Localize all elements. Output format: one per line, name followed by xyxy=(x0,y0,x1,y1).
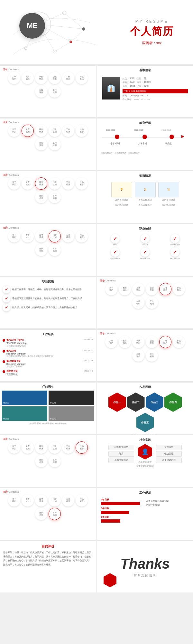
website: 邮箱： george@163.com xyxy=(123,94,188,97)
social-center: 👤 其之之前的职务 xyxy=(135,444,155,463)
work-dot-1 xyxy=(3,339,5,342)
work-dot-4 xyxy=(3,370,5,373)
social-left-2: 能力 xyxy=(108,451,134,457)
social-left-3: 小节文字描述 xyxy=(108,458,134,463)
skill-item-2: ✓ 带领团队完成重要项目的任务，具有良好的沟通协调能力，工作能力强 xyxy=(3,295,93,302)
hex-4: 作品四 xyxy=(164,393,182,412)
work-dot-3 xyxy=(3,360,5,363)
skill-text-3: 能力强，有大局观，能够承受较大的工作压力，具有较强的执行力 xyxy=(12,306,78,309)
section-tag-4: 目录 Contents xyxy=(3,226,93,230)
row-2: 目录 Contents 关于我的 教育成长 获奖情况 职业技能 工作经历 作品展… xyxy=(0,66,193,117)
skills-title: 职业技能 xyxy=(100,227,190,231)
thanks-panel: Thanks 谢谢您的观听 xyxy=(97,541,193,592)
field-name: 姓名： XXX xyxy=(123,77,134,80)
c7-eval: 自我评价 xyxy=(35,455,47,467)
c5-skills: 职业技能 xyxy=(146,283,158,295)
wt-item-2: 3年目标 xyxy=(101,507,144,514)
work-plan-bars: 5年目标 3年目标 1年目标 xyxy=(101,498,144,524)
c4-skills: 职业技能 xyxy=(49,230,61,242)
circle-grid-3: 关于我的 教育成长 获奖情况 职业技能 工作经历 作品展示 自我评价 工作规划 xyxy=(3,177,93,203)
skills-panel: 职业技能 ✓ PPT ✓ EXCEL ✓ Word/Excel ✓ Photos… xyxy=(97,224,193,276)
award-label-3: 点击添加描述 xyxy=(162,199,175,202)
c5-plan: 工作规划 xyxy=(146,297,158,309)
c5-edu: 教育成长 xyxy=(119,283,131,295)
c3-edu: 教育成长 xyxy=(22,177,34,190)
dot-3 xyxy=(170,135,174,139)
row-4: 目录 Contents 关于我的 教育成长 获奖情况 职业技能 工作经历 作品展… xyxy=(0,171,193,223)
row-7: 工作经历 第XX公司（实习） 市场/营销 Marketing 点击添加工作描述内… xyxy=(0,330,193,381)
work-history-panel: 工作经历 第XX公司（实习） 市场/营销 Marketing 点击添加工作描述内… xyxy=(0,330,96,381)
social-grid: 我积累了哪些 能力 小节文字描述 👤 其之之前的职务 可带给您 收益的是 点击描… xyxy=(100,444,190,463)
wt-bar-3 xyxy=(101,519,120,523)
award-card-3: 📜 xyxy=(158,182,179,197)
timeline-label-1: 1996-2012 xyxy=(106,129,122,131)
skills-grid: ✓ PPT ✓ EXCEL ✓ Word/Excel ✓ Photoshop ✓… xyxy=(100,233,190,260)
row-3: 目录 Contents 关于我的 教育成长 获奖情况 职业技能 工作经历 作品展… xyxy=(0,118,193,170)
row-10: 目录 Contents 关于我的 教育成长 获奖情况 职业技能 工作经历 作品展… xyxy=(0,488,193,540)
work-date-3: 2012-2015 xyxy=(84,360,93,362)
c6-about: 关于我的 xyxy=(105,336,117,348)
social-right-3: 点击描述内容 xyxy=(156,458,182,463)
c7-about: 关于我的 xyxy=(8,441,20,454)
work-date-4: 2015-至今 xyxy=(85,370,93,373)
portfolio-desc-row: 点击添加描述 点击添加描述 点击添加描述 xyxy=(2,422,94,425)
row-8: 作品展示 作品三 作品四 作品五 作品六 点击添加描述 点击添加描述 点击添加描… xyxy=(0,383,193,434)
work-desc-3: 点击添加工作描述 xyxy=(6,365,83,368)
applicant: 应聘者：xxx xyxy=(130,41,174,45)
profile-content: 👔 姓名： XXX 性别： 男 年龄： 26岁 xyxy=(100,74,190,104)
section-tag-6: 目录 Contents xyxy=(100,332,190,335)
hex-2: 作品二 xyxy=(127,393,145,412)
c4-edu: 教育成长 xyxy=(22,230,34,242)
circle-grid-6: 关于我的 教育成长 获奖情况 职业技能 工作经历 作品展示 自我评价 工作规划 xyxy=(100,336,190,362)
work-item-2: 第XX公司 Research Manager 点击添加工作描述内容，工作经历是简… xyxy=(3,349,93,357)
eval-title: 自我评价 xyxy=(3,544,93,549)
contents-panel-2: 目录 Contents 关于我的 教育成长 获奖情况 职业技能 工作经历 作品展… xyxy=(0,118,96,170)
c8-work: 工作经历 xyxy=(62,494,74,507)
subtitle: MY RESUME xyxy=(130,19,174,23)
timeline-desc-1: 小学~高中 xyxy=(110,142,126,145)
profile-panel: 基本信息 👔 姓名： XXX 性别： 男 年龄 xyxy=(97,66,193,117)
work-company-1: 市场/营销 Marketing xyxy=(6,342,83,345)
timeline-desc-2: 大学本科 xyxy=(138,142,154,145)
skill-excel: ✓ EXCEL xyxy=(131,234,159,246)
c3-about: 关于我的 xyxy=(8,177,20,190)
c7-work: 工作经历 xyxy=(62,441,74,454)
skill-ppt-label: PPT xyxy=(113,244,117,246)
wt-label-1: 5年目标 xyxy=(101,498,144,501)
timeline-arrow xyxy=(181,135,184,138)
work-title-2: 第XX公司 xyxy=(6,349,83,353)
section-tag-7: 目录 Contents xyxy=(3,437,93,441)
c6-skills: 职业技能 xyxy=(146,336,158,348)
wt-row-2: 3年目标 xyxy=(101,507,144,514)
profile-title: 基本信息 xyxy=(100,68,190,72)
social-left-1: 我积累了哪些 xyxy=(108,445,134,450)
work-info-3: 第XX有限公司 Research Manager 点击添加工作描述 xyxy=(6,360,83,368)
work-title-4: 现在的公司 xyxy=(6,370,83,373)
c7-portfolio: 作品展示 xyxy=(76,441,88,454)
work-plan-title: 工作规划 xyxy=(100,491,190,495)
wt-item-1: 5年目标 xyxy=(101,498,144,505)
svg-line-13 xyxy=(55,42,71,52)
circle-plan: 工作规划 xyxy=(49,85,61,98)
social-right-2: 收益的是 xyxy=(156,451,182,457)
wt-item-3: 1年目标 xyxy=(101,516,144,523)
c8-edu: 教育成长 xyxy=(22,494,34,507)
field-gender: 性别： 男 xyxy=(136,77,146,80)
hex-1: 作品一 xyxy=(108,393,126,412)
circle-grid-8: 关于我的 教育成长 获奖情况 职业技能 工作经历 作品展示 自我评价 工作规划 xyxy=(3,494,93,520)
edu-title: 教育经历 xyxy=(100,121,190,125)
work-info-2: 第XX公司 Research Manager 点击添加工作描述内容，工作经历是简… xyxy=(6,349,83,357)
profile-row-3: 体重： 65kg 民族： 汉族 xyxy=(123,85,188,88)
skill-word-label: Word/Excel xyxy=(170,244,180,246)
c8-about: 关于我的 xyxy=(8,494,20,507)
cover-slide: ME MY RESUME 个人简历 应聘者：xxx xyxy=(0,0,193,64)
svg-line-11 xyxy=(64,13,84,29)
row-11: 自我评价 性格开朗，稳重，有活力，待人热情真诚；工作认真负责，积极主动，能吃苦耐… xyxy=(0,541,193,592)
hex-5: 作品五 xyxy=(136,413,154,432)
skill-4-label: Photoshop xyxy=(110,257,120,259)
contents-panel-3: 目录 Contents 关于我的 教育成长 获奖情况 职业技能 工作经历 作品展… xyxy=(0,171,96,223)
hex-grid: 作品一 作品二 作品三 作品四 作品五 xyxy=(100,391,190,433)
work-desc-2: 点击添加工作描述内容，工作经历是简历中比较重要的 xyxy=(6,355,83,357)
award-desc-1: 点击添加描述 xyxy=(111,204,132,207)
c7-awards: 获奖情况 xyxy=(35,441,47,454)
